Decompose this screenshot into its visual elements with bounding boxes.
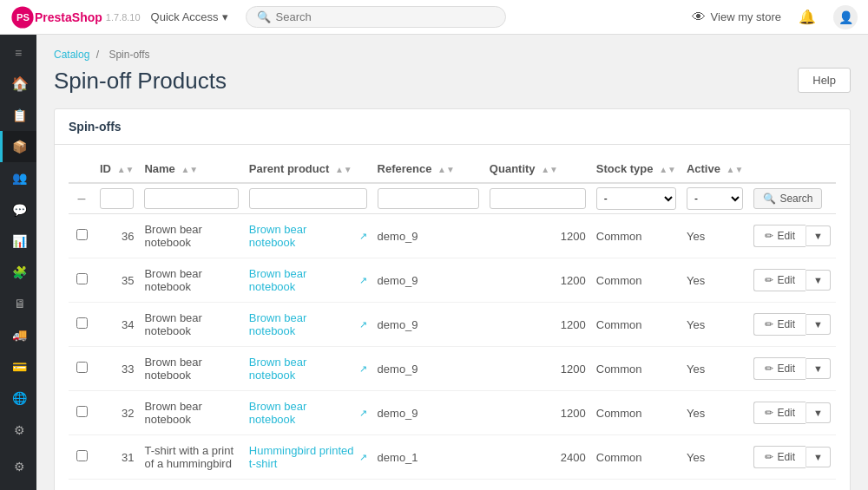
notifications-btn[interactable]: 🔔 — [795, 5, 819, 29]
row-checkbox[interactable] — [76, 273, 88, 284]
sidebar-item-stats[interactable]: 📊 — [0, 225, 36, 257]
help-button[interactable]: Help — [798, 68, 851, 93]
row-checkbox[interactable] — [76, 317, 88, 329]
sidebar-item-settings[interactable]: ⚙ — [0, 414, 36, 447]
sidebar-item-shipping[interactable]: 🚚 — [0, 319, 36, 350]
edit-button[interactable]: ✏ Edit — [753, 446, 806, 468]
quick-access-dropdown[interactable]: Quick Access ▾ — [151, 10, 228, 23]
sidebar-item-payment[interactable]: 💳 — [0, 351, 36, 382]
user-avatar-btn[interactable]: 👤 — [833, 5, 858, 29]
search-bar[interactable]: 🔍 — [246, 6, 506, 28]
row-parent-product[interactable]: Hummingbird printed t-shirt ↗ — [244, 480, 372, 491]
row-actions[interactable]: ✏ Edit ▼ — [748, 347, 836, 391]
row-checkbox-cell[interactable] — [69, 435, 95, 480]
th-name[interactable]: Name ▲▼ — [139, 155, 243, 183]
filter-reference-cell[interactable] — [372, 183, 484, 214]
row-actions[interactable]: ✏ Edit ▼ — [748, 391, 836, 435]
edit-btn-group: ✏ Edit ▼ — [753, 313, 831, 336]
row-actions[interactable]: ✏ Edit ▼ — [748, 303, 836, 347]
row-actions[interactable]: ✏ Edit ▼ — [748, 435, 836, 480]
sidebar-item-modules[interactable]: 🧩 — [0, 257, 36, 288]
filter-name-cell[interactable] — [139, 183, 243, 214]
external-link-icon: ↗ — [359, 408, 367, 419]
filter-parent-input[interactable] — [249, 188, 367, 209]
search-input[interactable] — [276, 10, 495, 23]
parent-product-link[interactable]: Brown bear notebook ↗ — [249, 311, 367, 337]
row-checkbox[interactable] — [76, 406, 88, 417]
sidebar-item-advanced[interactable]: ⚙ — [0, 450, 36, 483]
filter-name-input[interactable] — [144, 188, 238, 209]
th-active[interactable]: Active ▲▼ — [681, 155, 748, 183]
th-parent-product[interactable]: Parent product ▲▼ — [244, 155, 372, 183]
filter-stock-type-cell[interactable]: - Common Specific — [591, 183, 681, 214]
row-parent-product[interactable]: Brown bear notebook ↗ — [244, 258, 372, 303]
pencil-icon: ✏ — [765, 407, 773, 419]
parent-product-link[interactable]: Brown bear notebook ↗ — [249, 400, 367, 426]
edit-dropdown-btn[interactable]: ▼ — [806, 270, 831, 291]
row-checkbox-cell[interactable] — [69, 303, 95, 347]
row-checkbox-cell[interactable] — [69, 480, 95, 491]
filter-reset-icon[interactable]: – — [78, 191, 86, 206]
sidebar-item-orders[interactable]: 📋 — [0, 100, 36, 131]
edit-button[interactable]: ✏ Edit — [753, 402, 806, 424]
row-active: Yes — [681, 347, 748, 391]
row-parent-product[interactable]: Brown bear notebook ↗ — [244, 347, 372, 391]
filter-id-input[interactable] — [100, 188, 134, 209]
row-quantity: 1200 — [484, 258, 591, 303]
filter-active-select[interactable]: - Yes No — [687, 187, 743, 210]
row-parent-product[interactable]: Brown bear notebook ↗ — [244, 214, 372, 258]
edit-dropdown-btn[interactable]: ▼ — [806, 358, 831, 379]
sidebar-expand-btn[interactable]: ≡ — [3, 42, 33, 65]
filter-reference-input[interactable] — [378, 188, 479, 209]
row-parent-product[interactable]: Brown bear notebook ↗ — [244, 391, 372, 435]
filter-search-cell[interactable]: 🔍 Search — [748, 183, 836, 214]
row-checkbox-cell[interactable] — [69, 347, 95, 391]
row-checkbox-cell[interactable] — [69, 214, 95, 258]
table-row: 32 Brown bear notebook Brown bear notebo… — [69, 391, 836, 435]
breadcrumb-catalog-link[interactable]: Catalog — [54, 49, 89, 61]
parent-product-link[interactable]: Brown bear notebook ↗ — [249, 223, 367, 249]
view-store-link[interactable]: 👁 View my store — [692, 10, 781, 25]
search-icon: 🔍 — [257, 10, 271, 23]
filter-id-cell[interactable] — [95, 183, 139, 214]
sidebar-item-international[interactable]: 🌐 — [0, 382, 36, 414]
parent-product-link[interactable]: Hummingbird printed t-shirt ↗ — [249, 444, 367, 470]
row-checkbox[interactable] — [76, 362, 88, 373]
edit-dropdown-btn[interactable]: ▼ — [806, 314, 831, 335]
edit-button[interactable]: ✏ Edit — [753, 357, 806, 380]
filter-stock-type-select[interactable]: - Common Specific — [596, 187, 676, 210]
sidebar-item-customers[interactable]: 👥 — [0, 162, 36, 193]
th-quantity[interactable]: Quantity ▲▼ — [484, 155, 591, 183]
edit-label: Edit — [777, 318, 795, 330]
row-parent-product[interactable]: Hummingbird printed t-shirt ↗ — [244, 435, 372, 480]
row-checkbox[interactable] — [76, 450, 88, 461]
edit-button[interactable]: ✏ Edit — [753, 225, 806, 247]
th-reference[interactable]: Reference ▲▼ — [372, 155, 484, 183]
th-stock-type[interactable]: Stock type ▲▼ — [591, 155, 681, 183]
sidebar-item-messages[interactable]: 💬 — [0, 194, 36, 225]
row-actions[interactable]: ✏ Edit ▼ — [748, 258, 836, 303]
edit-dropdown-btn[interactable]: ▼ — [806, 447, 831, 467]
row-actions[interactable]: ✏ Edit ▼ — [748, 214, 836, 258]
edit-dropdown-btn[interactable]: ▼ — [806, 402, 831, 423]
filter-quantity-cell[interactable] — [484, 183, 591, 214]
edit-button[interactable]: ✏ Edit — [753, 313, 806, 336]
filter-quantity-input[interactable] — [490, 188, 586, 209]
row-actions[interactable]: ✏ Edit ▼ — [748, 480, 836, 491]
row-parent-product[interactable]: Brown bear notebook ↗ — [244, 303, 372, 347]
th-id[interactable]: ID ▲▼ — [95, 155, 139, 183]
parent-product-link[interactable]: Brown bear notebook ↗ — [249, 356, 367, 382]
filter-active-cell[interactable]: - Yes No — [681, 183, 748, 214]
edit-button[interactable]: ✏ Edit — [753, 269, 806, 291]
row-checkbox-cell[interactable] — [69, 258, 95, 303]
filter-parent-cell[interactable] — [244, 183, 372, 214]
sidebar-item-dashboard[interactable]: 🏠 — [0, 69, 36, 100]
edit-dropdown-btn[interactable]: ▼ — [806, 225, 831, 246]
nav-right: 👁 View my store 🔔 👤 — [692, 5, 858, 29]
row-checkbox-cell[interactable] — [69, 391, 95, 435]
sidebar-item-catalog[interactable]: 📦 — [0, 131, 36, 162]
parent-product-link[interactable]: Brown bear notebook ↗ — [249, 267, 367, 293]
sidebar-item-design[interactable]: 🖥 — [0, 288, 36, 319]
search-btn[interactable]: 🔍 Search — [753, 188, 822, 209]
row-checkbox[interactable] — [76, 229, 88, 240]
